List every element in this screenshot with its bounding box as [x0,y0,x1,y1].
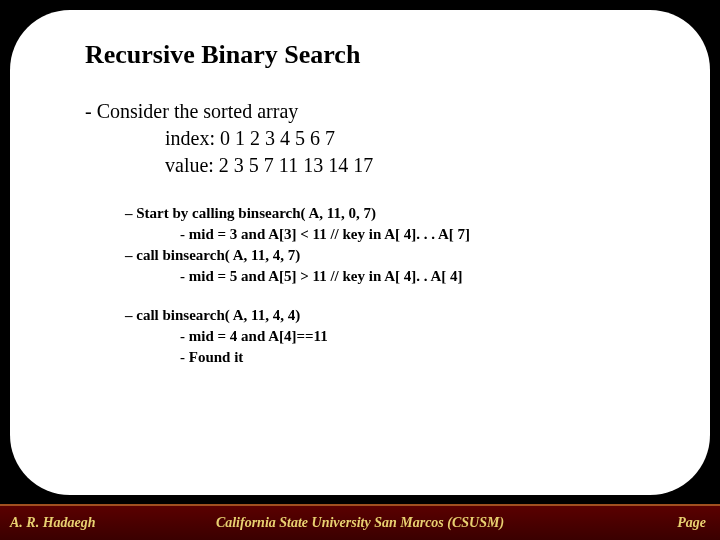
intro-block: - Consider the sorted array index: 0 1 2… [85,98,670,179]
step-line: – Start by calling binsearch( A, 11, 0, … [125,203,670,224]
slide-body: Recursive Binary Search - Consider the s… [10,10,710,495]
footer-page: Page [677,515,706,531]
step-group-1: – Start by calling binsearch( A, 11, 0, … [125,203,670,287]
step-line: - mid = 3 and A[3] < 11 // key in A[ 4].… [125,224,670,245]
intro-line-2: index: 0 1 2 3 4 5 6 7 [85,125,670,152]
step-line: - Found it [125,347,670,368]
slide-title: Recursive Binary Search [85,40,670,70]
intro-line-3: value: 2 3 5 7 11 13 14 17 [85,152,670,179]
step-line: - mid = 4 and A[4]==11 [125,326,670,347]
intro-line-1: - Consider the sorted array [85,98,670,125]
steps-block: – Start by calling binsearch( A, 11, 0, … [125,203,670,368]
step-line: - mid = 5 and A[5] > 11 // key in A[ 4].… [125,266,670,287]
footer-author: A. R. Hadaegh [10,515,96,531]
step-line: – call binsearch( A, 11, 4, 7) [125,245,670,266]
step-line: – call binsearch( A, 11, 4, 4) [125,305,670,326]
step-group-2: – call binsearch( A, 11, 4, 4) - mid = 4… [125,305,670,368]
footer-university: California State University San Marcos (… [0,515,720,531]
footer-bar: A. R. Hadaegh California State Universit… [0,504,720,540]
